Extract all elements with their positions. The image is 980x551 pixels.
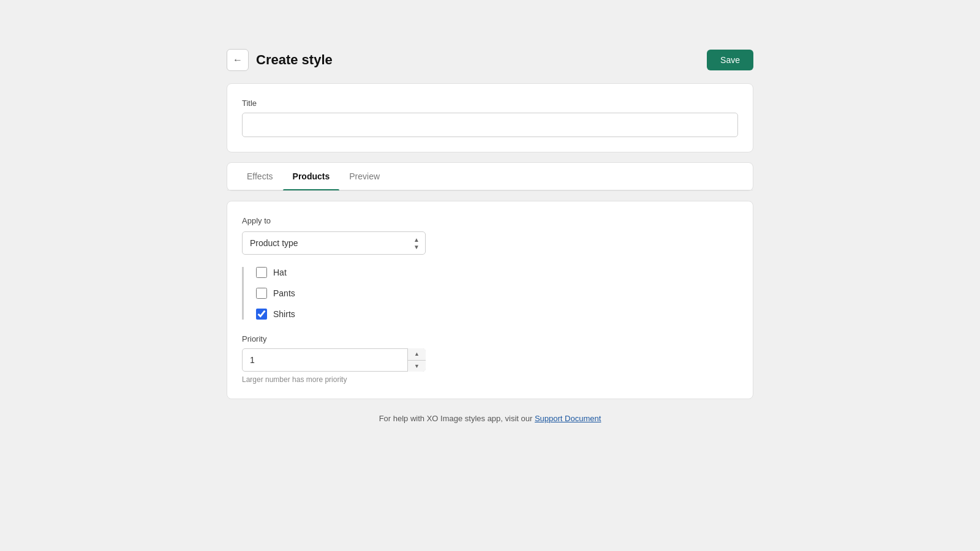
content-card: Apply to Product type All products Speci…: [227, 201, 753, 399]
title-card: Title: [227, 83, 753, 152]
support-document-link[interactable]: Support Document: [535, 414, 601, 423]
pants-label[interactable]: Pants: [273, 288, 295, 298]
apply-to-label: Apply to: [242, 216, 738, 225]
hat-label[interactable]: Hat: [273, 268, 287, 277]
tabs-card: Effects Products Preview: [227, 162, 753, 191]
product-type-list: Hat Pants Shirts: [242, 267, 738, 320]
priority-label: Priority: [242, 334, 738, 343]
page-header: ← Create style Save: [227, 49, 753, 71]
save-button[interactable]: Save: [707, 50, 753, 70]
priority-decrement-button[interactable]: ▼: [408, 361, 426, 372]
tab-effects[interactable]: Effects: [237, 163, 283, 190]
product-type-select[interactable]: Product type All products Specific produ…: [242, 231, 426, 255]
tabs-nav: Effects Products Preview: [227, 163, 753, 190]
hat-checkbox[interactable]: [256, 267, 267, 278]
priority-increment-button[interactable]: ▲: [408, 348, 426, 361]
list-item: Pants: [256, 288, 738, 299]
page-title: Create style: [256, 52, 333, 68]
shirts-checkbox[interactable]: [256, 309, 267, 320]
footer-text: For help with XO Image styles app, visit…: [379, 414, 535, 423]
list-item: Hat: [256, 267, 738, 278]
footer: For help with XO Image styles app, visit…: [227, 414, 753, 423]
priority-input[interactable]: [242, 348, 426, 372]
shirts-label[interactable]: Shirts: [273, 309, 295, 319]
back-icon: ←: [233, 54, 243, 66]
list-item: Shirts: [256, 309, 738, 320]
priority-input-wrapper: ▲ ▼: [242, 348, 426, 372]
title-label: Title: [242, 99, 738, 108]
product-type-select-wrapper: Product type All products Specific produ…: [242, 231, 426, 255]
tab-preview[interactable]: Preview: [339, 163, 390, 190]
back-button[interactable]: ←: [227, 49, 249, 71]
tab-products[interactable]: Products: [283, 163, 340, 190]
pants-checkbox[interactable]: [256, 288, 267, 299]
header-left: ← Create style: [227, 49, 333, 71]
priority-hint: Larger number has more priority: [242, 375, 738, 384]
priority-spinners: ▲ ▼: [407, 348, 426, 372]
title-input[interactable]: [242, 113, 738, 137]
